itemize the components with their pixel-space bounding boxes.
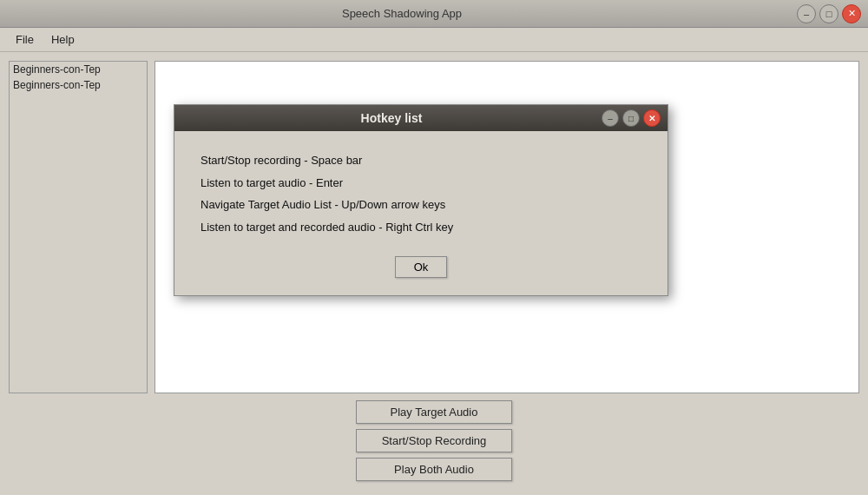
app-maximize-button[interactable]: □ — [819, 4, 838, 23]
app-minimize-button[interactable]: – — [797, 4, 816, 23]
hotkey-item-0: Start/Stop recording - Space bar — [201, 152, 641, 169]
dialog-window-controls: – □ ✕ — [602, 109, 661, 127]
app-close-button[interactable]: ✕ — [842, 4, 861, 23]
menu-file[interactable]: File — [7, 30, 43, 50]
dialog-body: Start/Stop recording - Space bar Listen … — [174, 131, 667, 295]
hotkey-item-1: Listen to target audio - Enter — [201, 175, 641, 192]
dialog-close-button[interactable]: ✕ — [643, 109, 661, 127]
dialog-minimize-button[interactable]: – — [602, 109, 619, 127]
hotkey-item-3: Listen to target and recorded audio - Ri… — [201, 219, 641, 236]
modal-overlay: Hotkey list – □ ✕ Start/Stop recording -… — [0, 52, 868, 495]
hotkey-dialog: Hotkey list – □ ✕ Start/Stop recording -… — [174, 104, 668, 296]
app-title-bar: Speech Shadowing App – □ ✕ — [0, 0, 868, 28]
app-title: Speech Shadowing App — [7, 7, 797, 20]
main-content: Beginners-con-Tep Beginners-con-Tep Play… — [0, 52, 868, 495]
dialog-maximize-button[interactable]: □ — [622, 109, 640, 127]
app-window-controls: – □ ✕ — [797, 4, 861, 23]
dialog-title: Hotkey list — [181, 111, 602, 125]
menu-help[interactable]: Help — [43, 30, 83, 50]
hotkey-item-2: Navigate Target Audio List - Up/Down arr… — [201, 196, 641, 214]
menu-bar: File Help — [0, 28, 868, 52]
dialog-title-bar: Hotkey list – □ ✕ — [174, 105, 667, 131]
dialog-ok-button[interactable]: Ok — [395, 256, 447, 278]
hotkey-list: Start/Stop recording - Space bar Listen … — [201, 152, 641, 235]
dialog-ok-row: Ok — [201, 256, 641, 278]
